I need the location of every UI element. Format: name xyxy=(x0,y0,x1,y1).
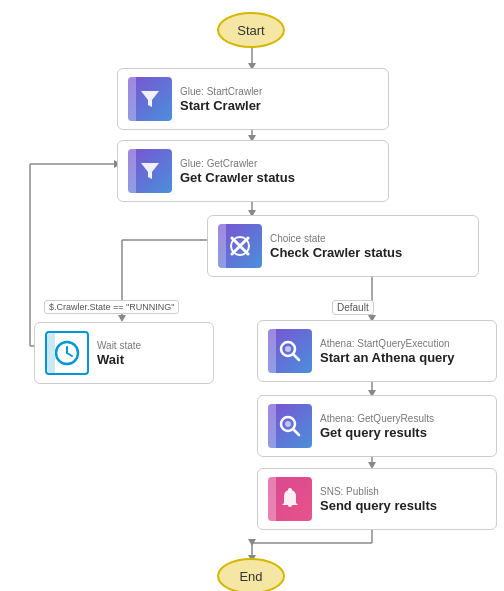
svg-marker-8 xyxy=(118,315,126,322)
workflow-diagram: Start Glue: StartCrawler Start Crawler G… xyxy=(12,8,492,583)
send-results-step[interactable]: SNS: Publish Send query results xyxy=(257,468,497,530)
start-athena-step[interactable]: Athena: StartQueryExecution Start an Ath… xyxy=(257,320,497,382)
start-crawler-step[interactable]: Glue: StartCrawler Start Crawler xyxy=(117,68,389,130)
svg-line-32 xyxy=(293,354,299,360)
svg-line-35 xyxy=(293,429,299,435)
athena-results-icon xyxy=(268,404,312,448)
get-query-results-step[interactable]: Athena: GetQueryResults Get query result… xyxy=(257,395,497,457)
glue-get-icon xyxy=(128,149,172,193)
wait-step[interactable]: Wait state Wait xyxy=(34,322,214,384)
svg-point-36 xyxy=(285,421,291,427)
end-node: End xyxy=(217,558,285,591)
running-condition-label: $.Crawler.State == "RUNNING" xyxy=(44,300,179,314)
athena-start-icon xyxy=(268,329,312,373)
svg-marker-22 xyxy=(248,539,256,546)
get-crawler-step[interactable]: Glue: GetCrawler Get Crawler status xyxy=(117,140,389,202)
start-node: Start xyxy=(217,12,285,48)
svg-line-30 xyxy=(67,353,72,356)
glue-start-icon xyxy=(128,77,172,121)
wait-icon xyxy=(45,331,89,375)
check-crawler-step[interactable]: Choice state Check Crawler status xyxy=(207,215,479,277)
svg-point-33 xyxy=(285,346,291,352)
default-condition-label: Default xyxy=(332,300,374,315)
svg-point-37 xyxy=(288,488,292,492)
sns-icon xyxy=(268,477,312,521)
choice-icon xyxy=(218,224,262,268)
